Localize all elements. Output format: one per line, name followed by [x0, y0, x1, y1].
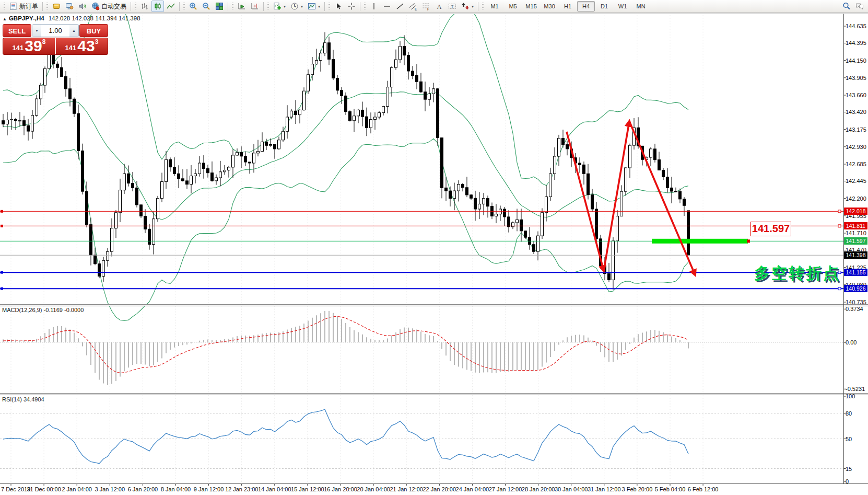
text-label-button[interactable]: T — [446, 1, 459, 12]
toolbar-grip[interactable] — [482, 3, 484, 10]
arrows-button[interactable]: ▾ — [459, 1, 476, 12]
sell-price-panel[interactable]: 141 39 8 — [3, 38, 55, 54]
search-button[interactable] — [840, 1, 853, 12]
indicators-button[interactable]: ▾ — [271, 1, 288, 12]
indicators-dropdown-icon[interactable]: ▾ — [284, 4, 286, 9]
macd-axis-label: 0.00 — [846, 339, 867, 346]
time-axis-label: 6 Feb 12:00 — [688, 486, 719, 492]
level-price-tag: 142.018 — [844, 208, 867, 215]
crosshair-button[interactable] — [345, 1, 358, 12]
toolbar-grip[interactable] — [4, 3, 5, 10]
zoom-in-button[interactable] — [187, 1, 200, 12]
time-axis-label: 21 Jan 12:00 — [390, 486, 423, 492]
cursor-button[interactable] — [332, 1, 345, 12]
buy-button[interactable]: BUY — [79, 24, 108, 37]
alerts-button[interactable] — [76, 1, 89, 12]
templates-dropdown-icon[interactable]: ▾ — [318, 4, 320, 9]
equidistant-channel-button[interactable]: E — [407, 1, 419, 12]
horizontal-line-button[interactable] — [381, 1, 393, 12]
auto-scroll-button[interactable] — [236, 1, 248, 12]
sell-price-point: 8 — [42, 39, 46, 45]
main-toolbar: 新订单自动交易▾▾▾EFAT▾M1M5M15M30H1H4D1W1MN — [0, 0, 868, 13]
cursor-icon — [334, 2, 343, 10]
toolbar-separator — [42, 2, 43, 11]
time-axis-label: 8 Jan 04:00 — [161, 486, 191, 492]
turning-point-annotation[interactable]: 多空转折点 — [754, 263, 840, 284]
timeframe-m15-button[interactable]: M15 — [522, 1, 540, 11]
periods-button[interactable]: ▾ — [288, 1, 305, 12]
collapse-panel-icon[interactable]: ▲ — [3, 17, 7, 21]
time-axis-label: 30 Jan 04:00 — [555, 486, 588, 492]
sell-button[interactable]: SELL — [3, 24, 31, 37]
channel-icon: E — [409, 2, 417, 10]
arrows-dropdown-icon[interactable]: ▾ — [472, 4, 474, 9]
new-order-button[interactable]: 新订单 — [7, 1, 40, 12]
buy-price-panel[interactable]: 141 43 3 — [56, 38, 108, 54]
market-watch-button[interactable] — [50, 1, 63, 12]
community-button[interactable] — [853, 1, 866, 12]
periods-dropdown-icon[interactable]: ▾ — [301, 4, 303, 9]
vertical-line-button[interactable] — [368, 1, 380, 12]
toolbar-grip[interactable] — [232, 3, 233, 10]
autotrading-button[interactable]: 自动交易 — [89, 1, 128, 12]
rsi-axis-label: 100 — [846, 393, 867, 399]
time-axis-label: 20 Jan 04:00 — [357, 486, 390, 492]
tile-windows-button[interactable] — [213, 1, 226, 12]
zoom-out-icon — [202, 2, 210, 10]
toolbar-grip[interactable] — [183, 3, 185, 10]
autotrading-icon — [91, 2, 100, 10]
buy-price-whole: 141 — [65, 43, 77, 53]
fibonacci-button[interactable]: F — [420, 1, 432, 12]
buy-price-pips: 43 — [77, 39, 95, 53]
timeframe-w1-button[interactable]: W1 — [614, 1, 631, 11]
search-icon — [842, 2, 851, 10]
chart-canvas[interactable] — [0, 14, 868, 495]
time-axis-label: 31 Dec 00:00 — [27, 486, 61, 492]
indicators-icon — [273, 2, 281, 10]
toolbar-separator — [131, 2, 131, 11]
rsi-indicator-label: RSI(14) 34.4904 — [2, 396, 44, 402]
timeframe-m30-button[interactable]: M30 — [541, 1, 558, 11]
zoom-in-icon — [189, 2, 197, 10]
sell-price-pips: 39 — [25, 39, 42, 53]
candlestick-icon — [154, 2, 162, 10]
templates-button[interactable]: ▾ — [306, 1, 322, 12]
price-annotation-box[interactable]: 141.597 — [750, 222, 791, 236]
toolbar-grip[interactable] — [267, 3, 269, 10]
line-chart-button[interactable] — [165, 1, 177, 12]
text-button[interactable]: A — [433, 1, 445, 12]
timeframe-m5-button[interactable]: M5 — [504, 1, 522, 11]
timeframe-h4-button[interactable]: H4 — [577, 1, 595, 11]
volume-decrease-button[interactable]: ▾ — [32, 25, 41, 37]
timeframe-mn-button[interactable]: MN — [632, 1, 650, 11]
line-chart-icon — [167, 2, 175, 10]
toolbar-grip[interactable] — [46, 3, 48, 10]
chart-window[interactable]: ▲GBPJPY-,H4142.028 142.028 141.394 141.3… — [0, 14, 868, 495]
volume-spinner: ▾ ▴ — [32, 24, 79, 37]
time-axis-label: 27 Jan 12:00 — [489, 486, 522, 492]
timeframe-m1-button[interactable]: M1 — [486, 1, 503, 11]
timeframe-d1-button[interactable]: D1 — [595, 1, 613, 11]
crosshair-icon — [347, 2, 356, 10]
price-axis-label: 142.445 — [846, 178, 867, 184]
toolbar-grip[interactable] — [329, 3, 330, 10]
navigator-button[interactable] — [63, 1, 76, 12]
price-axis-label: 141.710 — [846, 230, 867, 236]
timeframe-h1-button[interactable]: H1 — [559, 1, 577, 11]
candlestick-chart-button[interactable] — [151, 1, 164, 12]
bar-chart-button[interactable] — [138, 1, 151, 12]
volume-input[interactable] — [41, 25, 69, 37]
trendline-button[interactable] — [394, 1, 406, 12]
toolbar-grip[interactable] — [135, 3, 136, 10]
volume-increase-button[interactable]: ▴ — [69, 25, 78, 37]
time-axis-label: 12 Jan 23:00 — [225, 486, 259, 492]
zoom-out-button[interactable] — [200, 1, 213, 12]
chart-shift-button[interactable] — [249, 1, 261, 12]
price-axis-label: 140.735 — [846, 299, 867, 305]
toolbar-grip[interactable] — [364, 3, 366, 10]
new-order-label: 新订单 — [19, 2, 38, 11]
price-axis-label: 143.660 — [846, 92, 867, 98]
toolbar-separator — [263, 2, 264, 11]
vline-icon — [370, 2, 378, 10]
svg-text:F: F — [427, 7, 429, 11]
